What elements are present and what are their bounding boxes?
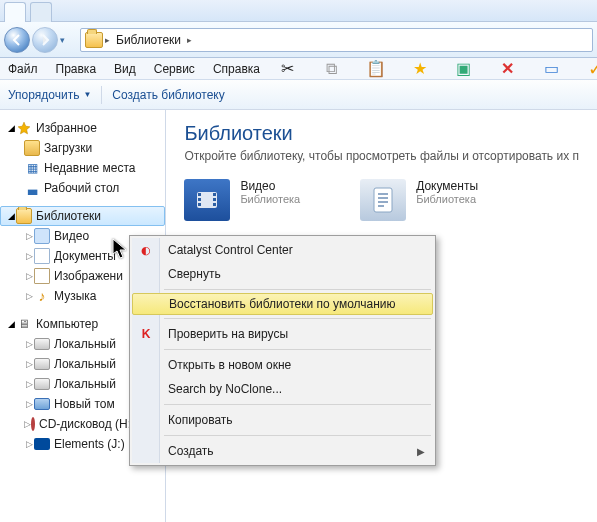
expand-icon[interactable]: ▷	[24, 399, 34, 409]
kaspersky-icon: K	[138, 326, 154, 342]
tree-label: Библиотеки	[36, 209, 101, 223]
cd-drive-icon	[31, 417, 35, 431]
computer-icon: 🖥	[16, 316, 32, 332]
address-bar[interactable]: ▸ Библиотеки ▸	[80, 28, 593, 52]
tree-item-downloads[interactable]: Загрузки	[0, 138, 165, 158]
ccc-icon: ◐	[138, 242, 154, 258]
expand-icon[interactable]: ▷	[24, 359, 34, 369]
recent-places-icon: ▦	[24, 160, 40, 176]
breadcrumb-sep: ▸	[187, 35, 192, 45]
menu-tools[interactable]: Сервис	[154, 62, 195, 76]
organize-button[interactable]: Упорядочить▼	[8, 88, 91, 102]
tree-label: Недавние места	[44, 161, 135, 175]
submenu-arrow-icon: ▶	[417, 446, 425, 457]
svg-rect-1	[374, 188, 392, 212]
tree-label: Изображени	[54, 269, 123, 283]
tree-label: Документы	[54, 249, 116, 263]
toolbar-icons: ✂ ⧉ 📋 ★ ▣ ✕ ▭ ✓ ◉	[278, 59, 597, 79]
browser-tab[interactable]	[4, 2, 26, 22]
scissors-icon[interactable]: ✂	[278, 59, 298, 79]
ctx-restore-defaults[interactable]: Восстановить библиотеки по умолчанию	[132, 293, 433, 315]
breadcrumb-item[interactable]: Библиотеки	[116, 33, 181, 47]
video-big-icon	[184, 179, 230, 221]
menu-file[interactable]: Файл	[8, 62, 38, 76]
menu-edit[interactable]: Правка	[56, 62, 97, 76]
copy-icon[interactable]: ⧉	[322, 59, 342, 79]
menu-help[interactable]: Справка	[213, 62, 260, 76]
expand-icon[interactable]: ▷	[24, 439, 34, 449]
tree-item-desktop[interactable]: ▃ Рабочий стол	[0, 178, 165, 198]
music-library-icon: ♪	[34, 288, 50, 304]
local-disk-icon	[34, 378, 50, 390]
expand-icon[interactable]: ▷	[24, 339, 34, 349]
tree-label: Локальный	[54, 337, 116, 351]
tree-label: Elements (J:)	[54, 437, 125, 451]
menu-view[interactable]: Вид	[114, 62, 136, 76]
expand-icon[interactable]: ◢	[6, 123, 16, 133]
expand-icon[interactable]: ▷	[24, 291, 34, 301]
command-bar: Упорядочить▼ Создать библиотеку	[0, 80, 597, 110]
separator	[164, 349, 431, 350]
library-name: Документы	[416, 179, 478, 193]
expand-icon[interactable]: ▷	[24, 419, 31, 429]
forward-button[interactable]	[32, 27, 58, 53]
ctx-copy[interactable]: Копировать	[132, 408, 433, 432]
monitor-icon[interactable]: ▭	[542, 59, 562, 79]
check-icon[interactable]: ✓	[586, 59, 597, 79]
tree-label: Рабочий стол	[44, 181, 119, 195]
back-button[interactable]	[4, 27, 30, 53]
library-kind: Библиотека	[240, 193, 300, 205]
tree-label: Локальный	[54, 377, 116, 391]
separator	[101, 86, 102, 104]
separator	[164, 435, 431, 436]
star-icon	[16, 120, 32, 136]
separator	[164, 318, 431, 319]
ctx-create[interactable]: Создать ▶	[132, 439, 433, 463]
browser-tabstrip	[0, 0, 597, 22]
new-library-button[interactable]: Создать библиотеку	[112, 88, 224, 102]
documents-library-icon	[34, 248, 50, 264]
context-menu: ◐ Catalyst Control Center Свернуть Восст…	[129, 235, 436, 466]
menu-bar: Файл Правка Вид Сервис Справка ✂ ⧉ 📋 ★ ▣…	[0, 58, 597, 80]
tag-icon[interactable]: ▣	[454, 59, 474, 79]
page-title: Библиотеки	[184, 122, 579, 145]
expand-icon[interactable]: ◢	[6, 319, 16, 329]
ctx-noclone[interactable]: Search by NoClone...	[132, 377, 433, 401]
expand-icon[interactable]: ▷	[24, 251, 34, 261]
tree-label: Новый том	[54, 397, 115, 411]
separator	[164, 404, 431, 405]
expand-icon[interactable]: ▷	[24, 231, 34, 241]
expand-icon[interactable]: ▷	[24, 379, 34, 389]
ctx-collapse[interactable]: Свернуть	[132, 262, 433, 286]
paste-icon[interactable]: 📋	[366, 59, 386, 79]
wd-drive-icon	[34, 438, 50, 450]
tree-label: Избранное	[36, 121, 97, 135]
expand-icon[interactable]: ▷	[24, 271, 34, 281]
separator	[164, 289, 431, 290]
local-disk-icon	[34, 338, 50, 350]
browser-tab[interactable]	[30, 2, 52, 22]
tree-favorites[interactable]: ◢ Избранное	[0, 118, 165, 138]
desktop-icon: ▃	[24, 180, 40, 196]
breadcrumb-sep: ▸	[105, 35, 110, 45]
delete-icon[interactable]: ✕	[498, 59, 518, 79]
tree-label: Локальный	[54, 357, 116, 371]
navigation-bar: ▾ ▸ Библиотеки ▸	[0, 22, 597, 58]
library-item-documents[interactable]: Документы Библиотека	[360, 179, 478, 221]
expand-icon[interactable]: ◢	[6, 211, 16, 221]
tree-label: Компьютер	[36, 317, 98, 331]
ctx-scan-virus[interactable]: K Проверить на вирусы	[132, 322, 433, 346]
tree-label: Видео	[54, 229, 89, 243]
video-library-icon	[34, 228, 50, 244]
ctx-open-new-window[interactable]: Открыть в новом окне	[132, 353, 433, 377]
tree-item-recent[interactable]: ▦ Недавние места	[0, 158, 165, 178]
star-icon[interactable]: ★	[410, 59, 430, 79]
libraries-icon	[16, 208, 32, 224]
tree-label: Музыка	[54, 289, 96, 303]
tree-libraries[interactable]: ◢ Библиотеки	[0, 206, 165, 226]
ctx-catalyst[interactable]: ◐ Catalyst Control Center	[132, 238, 433, 262]
library-item-videos[interactable]: Видео Библиотека	[184, 179, 300, 221]
history-dropdown[interactable]: ▾	[60, 35, 74, 45]
documents-big-icon	[360, 179, 406, 221]
library-kind: Библиотека	[416, 193, 478, 205]
